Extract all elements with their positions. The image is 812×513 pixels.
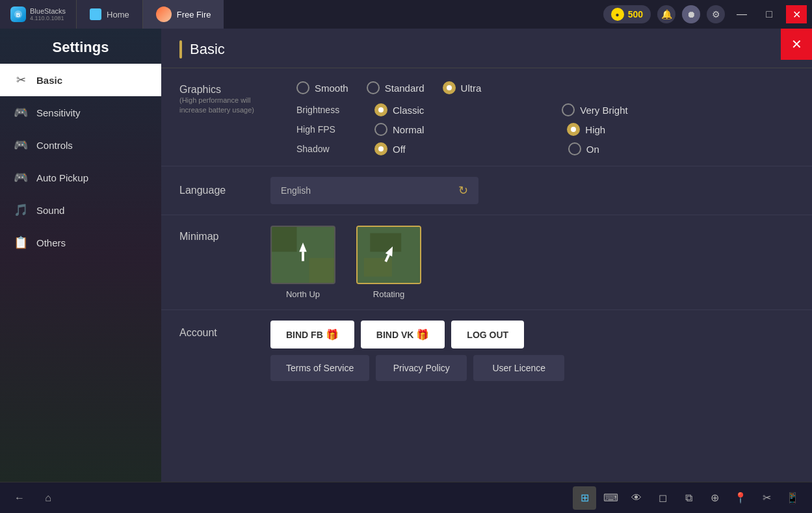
graphics-left: Graphics (High performance willincrease … [179, 81, 283, 116]
quality-ultra-radio[interactable] [443, 81, 456, 94]
home-icon [90, 8, 101, 20]
minimap-options: North Up [270, 226, 421, 299]
page-accent [179, 40, 182, 59]
refresh-icon[interactable]: ↻ [458, 183, 468, 198]
language-value: English [281, 185, 311, 196]
title-bar: B BlueStacks 4.110.0.1081 Home Free Fire… [0, 0, 812, 29]
taskbar-right: ⊞ ⌨ 👁 ◻ ⧉ ⊕ 📍 ✂ 📱 [573, 486, 804, 510]
fps-normal-radio[interactable] [374, 123, 387, 136]
brightness-classic-radio[interactable] [374, 103, 387, 116]
bluestacks-logo: B [10, 7, 26, 22]
fps-normal-label: Normal [393, 124, 424, 135]
bind-vk-btn[interactable]: BIND VK 🎁 [361, 321, 445, 349]
record-btn[interactable]: ⏺ [682, 5, 700, 23]
minimap-section: Minimap Nor [161, 215, 812, 310]
sidebar-label-auto-pickup: Auto Pickup [36, 172, 88, 183]
freefire-tab-label: Free Fire [177, 10, 211, 20]
minimap-north-up-img[interactable] [270, 226, 335, 284]
sidebar-item-auto-pickup[interactable]: 🎮 Auto Pickup [0, 161, 161, 194]
notification-btn[interactable]: 🔔 [657, 5, 675, 23]
main-layout: Settings ✂ Basic 🎮 Sensitivity 🎮 Control… [0, 29, 812, 482]
cursor-btn[interactable]: ◻ [651, 486, 674, 510]
high-fps-row: High FPS Normal High [296, 123, 794, 136]
brightness-classic[interactable]: Classic [374, 103, 424, 116]
quality-smooth[interactable]: Smooth [296, 81, 348, 94]
home-tab[interactable]: Home [77, 0, 143, 29]
brightness-options: Classic Very Bright [374, 103, 628, 116]
coins-badge: ● 500 [603, 5, 651, 23]
fps-normal[interactable]: Normal [374, 123, 424, 136]
account-label: Account [179, 321, 270, 339]
account-link-buttons: Terms of Service Privacy Policy User Lic… [270, 355, 564, 381]
high-fps-options: Normal High [374, 123, 605, 136]
minimize-btn[interactable]: — [731, 5, 752, 23]
graphics-sub-rows: Brightness Classic Very Bright [296, 103, 794, 155]
controls-icon: 🎮 [13, 138, 29, 152]
sidebar-item-sound[interactable]: 🎵 Sound [0, 194, 161, 226]
shadow-label: Shadow [296, 144, 374, 154]
shadow-on-label: On [586, 144, 599, 155]
screenshot-btn[interactable]: ⊕ [703, 486, 726, 510]
graphics-quality-group: Smooth Standard Ultra [296, 81, 794, 94]
sidebar-item-controls[interactable]: 🎮 Controls [0, 129, 161, 161]
basic-icon: ✂ [13, 73, 29, 87]
page-title: Basic [190, 41, 225, 58]
svg-rect-3 [272, 227, 296, 252]
minimap-north-up[interactable]: North Up [270, 226, 335, 299]
minimap-rotating-caption: Rotating [373, 289, 404, 299]
brightness-classic-label: Classic [393, 105, 424, 116]
bluestacks-tab[interactable]: B BlueStacks 4.110.0.1081 [0, 0, 77, 29]
home-btn[interactable]: ⌂ [36, 486, 60, 510]
quality-smooth-radio[interactable] [296, 81, 309, 94]
sidebar-item-basic[interactable]: ✂ Basic [0, 64, 161, 96]
minimap-rotating-img[interactable] [356, 226, 421, 284]
shadow-on[interactable]: On [568, 142, 599, 155]
keyboard-icon[interactable]: ⊞ [573, 486, 596, 510]
account-buttons: BIND FB 🎁 BIND VK 🎁 LOG OUT Terms of Ser… [270, 321, 564, 381]
sidebar-label-sound: Sound [36, 205, 64, 216]
log-out-btn[interactable]: LOG OUT [451, 321, 524, 349]
sidebar-label-sensitivity: Sensitivity [36, 107, 81, 118]
brightness-very-bright[interactable]: Very Bright [562, 103, 627, 116]
fps-high[interactable]: High [567, 123, 605, 136]
shadow-on-radio[interactable] [568, 142, 581, 155]
bind-fb-btn[interactable]: BIND FB 🎁 [270, 321, 354, 349]
licence-btn[interactable]: User Licence [473, 355, 564, 381]
quality-standard[interactable]: Standard [367, 81, 425, 94]
shadow-off-radio[interactable] [374, 142, 387, 155]
settings-btn[interactable]: ⚙ [707, 5, 725, 23]
shadow-off[interactable]: Off [374, 142, 406, 155]
fps-high-label: High [585, 124, 605, 135]
account-main-buttons: BIND FB 🎁 BIND VK 🎁 LOG OUT [270, 321, 564, 349]
brightness-very-bright-radio[interactable] [562, 103, 575, 116]
content-close-btn[interactable]: ✕ [781, 29, 812, 60]
language-select[interactable]: English ↻ [270, 177, 478, 204]
svg-text:B: B [16, 12, 21, 18]
minimap-rotating[interactable]: Rotating [356, 226, 421, 299]
titlebar-close-btn[interactable]: ✕ [786, 5, 807, 23]
page-header: Basic [161, 29, 812, 68]
quality-standard-radio[interactable] [367, 81, 380, 94]
sidebar-item-others[interactable]: 📋 Others [0, 226, 161, 259]
privacy-label: Privacy Policy [393, 363, 450, 373]
shadow-off-label: Off [393, 144, 406, 155]
graphics-note: (High performance willincrease battery u… [179, 96, 283, 116]
back-btn[interactable]: ← [8, 486, 31, 510]
sidebar-item-sensitivity[interactable]: 🎮 Sensitivity [0, 96, 161, 129]
terms-btn[interactable]: Terms of Service [270, 355, 369, 381]
location-btn[interactable]: 📍 [729, 486, 752, 510]
screen-btn[interactable]: ⧉ [677, 486, 700, 510]
scissors-btn[interactable]: ✂ [755, 486, 778, 510]
freefire-tab[interactable]: Free Fire [143, 0, 224, 29]
fps-high-radio[interactable] [567, 123, 580, 136]
brightness-row: Brightness Classic Very Bright [296, 103, 794, 116]
quality-ultra[interactable]: Ultra [443, 81, 482, 94]
minimap-rotating-inner [358, 227, 420, 283]
maximize-btn[interactable]: □ [759, 5, 779, 23]
eye-btn[interactable]: 👁 [625, 486, 648, 510]
sidebar-label-others: Others [36, 237, 66, 248]
mobile-btn[interactable]: 📱 [781, 486, 804, 510]
privacy-btn[interactable]: Privacy Policy [376, 355, 467, 381]
shadow-options: Off On [374, 142, 599, 155]
keyboard-btn[interactable]: ⌨ [599, 486, 622, 510]
